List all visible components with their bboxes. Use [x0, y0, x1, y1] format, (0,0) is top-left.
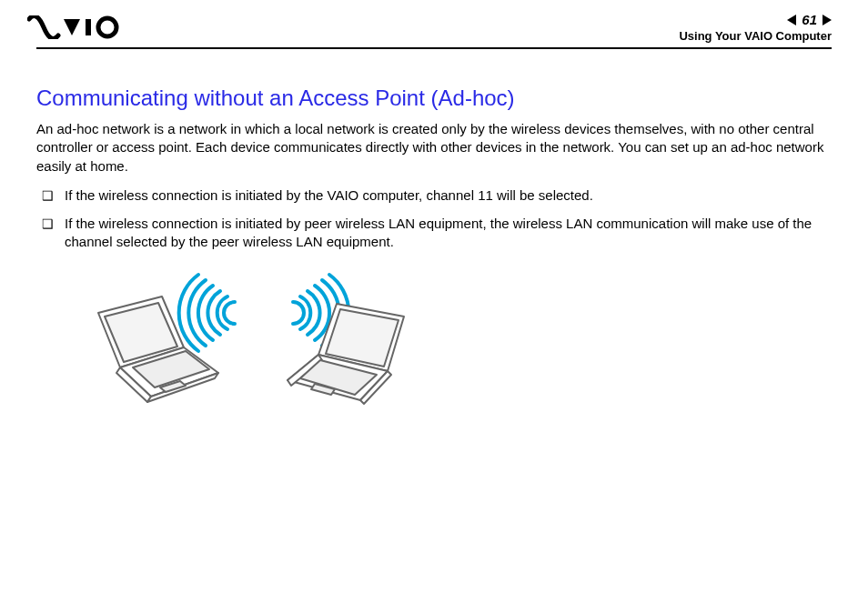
- page-number: 61: [802, 12, 817, 27]
- next-page-arrow-icon[interactable]: [823, 15, 832, 25]
- vaio-logo-svg: [27, 15, 127, 39]
- laptop-right-icon: [288, 304, 404, 404]
- bullet-text: If the wireless connection is initiated …: [65, 215, 832, 252]
- page-navigation: 61: [679, 12, 832, 27]
- laptop-left-icon: [98, 296, 218, 402]
- list-item: ❑ If the wireless connection is initiate…: [42, 186, 832, 206]
- document-page: 61 Using Your VAIO Computer Communicatin…: [0, 0, 868, 613]
- bullet-text: If the wireless connection is initiated …: [65, 186, 593, 206]
- page-content: Communicating without an Access Point (A…: [36, 49, 832, 418]
- prev-page-arrow-icon[interactable]: [787, 15, 796, 25]
- svg-rect-0: [86, 19, 91, 35]
- page-title: Communicating without an Access Point (A…: [36, 85, 832, 111]
- section-label: Using Your VAIO Computer: [679, 29, 832, 43]
- page-header: 61 Using Your VAIO Computer: [36, 0, 832, 45]
- adhoc-diagram: [64, 260, 832, 418]
- bullet-marker-icon: ❑: [42, 186, 54, 206]
- bullet-marker-icon: ❑: [42, 215, 54, 252]
- list-item: ❑ If the wireless connection is initiate…: [42, 215, 832, 252]
- adhoc-diagram-svg: [64, 260, 464, 415]
- vaio-logo: [27, 15, 127, 39]
- bullet-list: ❑ If the wireless connection is initiate…: [36, 186, 832, 252]
- intro-paragraph: An ad-hoc network is a network in which …: [36, 120, 832, 176]
- signal-waves-left-icon: [179, 275, 235, 351]
- svg-point-1: [98, 18, 116, 36]
